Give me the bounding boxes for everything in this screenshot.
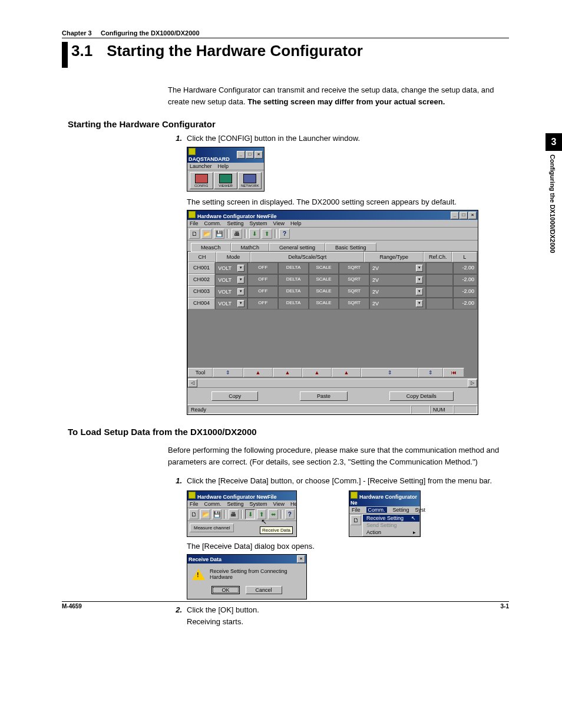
l-cell[interactable]: -2.00: [453, 262, 477, 274]
print-icon[interactable]: 🖶: [232, 229, 242, 239]
sqrt-button[interactable]: SQRT: [339, 298, 369, 309]
tab-measch[interactable]: MeasCh: [191, 243, 231, 252]
off-button[interactable]: OFF: [247, 298, 278, 309]
close-icon[interactable]: ×: [468, 212, 477, 219]
l-cell[interactable]: -2.00: [453, 274, 477, 286]
menu-comm[interactable]: Comm.: [204, 220, 222, 226]
off-button[interactable]: OFF: [247, 262, 278, 274]
col-range: Range/Type: [364, 252, 424, 262]
open-icon[interactable]: 📂: [201, 229, 212, 239]
new-icon[interactable]: 🗋: [351, 515, 361, 525]
new-icon[interactable]: 🗋: [189, 229, 200, 239]
range-dropdown[interactable]: 2V▾: [369, 286, 426, 298]
menu-setting[interactable]: Setting: [393, 507, 409, 513]
tool-up-icon[interactable]: ▲: [243, 368, 273, 377]
refch-cell[interactable]: [426, 286, 453, 298]
scale-button[interactable]: SCALE: [309, 274, 339, 286]
off-button[interactable]: OFF: [247, 286, 278, 298]
receive-icon[interactable]: ⬇: [249, 229, 260, 239]
menu-help[interactable]: Help: [290, 220, 302, 226]
menu-item-action[interactable]: Action▸: [363, 529, 419, 536]
delta-button[interactable]: DELTA: [278, 286, 309, 298]
refch-cell[interactable]: [426, 298, 453, 309]
off-button[interactable]: OFF: [247, 274, 278, 286]
save-icon[interactable]: 💾: [212, 509, 222, 519]
range-dropdown[interactable]: 2V▾: [369, 262, 426, 274]
refch-cell[interactable]: [426, 274, 453, 286]
action-icon[interactable]: ⬌: [268, 509, 277, 519]
sqrt-button[interactable]: SQRT: [339, 286, 369, 298]
menu-comm[interactable]: Comm.: [204, 501, 222, 507]
tool-up-icon[interactable]: ▲: [332, 368, 361, 377]
menu-file[interactable]: File: [352, 507, 361, 513]
close-icon[interactable]: ×: [254, 151, 263, 159]
tab-mathch[interactable]: MathCh: [231, 243, 270, 252]
menu-view[interactable]: View: [273, 501, 285, 507]
range-dropdown[interactable]: 2V▾: [369, 298, 426, 309]
menu-system[interactable]: Syst: [415, 507, 426, 513]
copy-button[interactable]: Copy: [211, 391, 258, 401]
maximize-icon[interactable]: □: [246, 151, 254, 159]
mode-dropdown[interactable]: VOLT▾: [215, 298, 247, 309]
delta-button[interactable]: DELTA: [278, 274, 309, 286]
minimize-icon[interactable]: _: [451, 212, 459, 219]
delta-button[interactable]: DELTA: [278, 262, 309, 274]
delta-button[interactable]: DELTA: [278, 298, 309, 309]
tool-sort-icon[interactable]: ⇕: [213, 368, 243, 377]
sqrt-button[interactable]: SQRT: [339, 262, 369, 274]
network-button[interactable]: NETWORK: [238, 172, 262, 189]
tool-sort-icon[interactable]: ⇕: [361, 368, 418, 377]
cancel-button[interactable]: Cancel: [246, 586, 282, 594]
scroll-left-icon[interactable]: ◁: [188, 379, 197, 387]
menu-file[interactable]: File: [190, 220, 199, 226]
launcher-menu-item[interactable]: Help: [218, 163, 229, 169]
scroll-right-icon[interactable]: ▷: [468, 379, 477, 387]
menu-file[interactable]: File: [190, 501, 199, 507]
tool-up-icon[interactable]: ▲: [273, 368, 302, 377]
l-cell[interactable]: -2.00: [453, 298, 477, 309]
menu-setting[interactable]: Setting: [227, 220, 244, 226]
menu-setting[interactable]: Setting: [227, 501, 244, 507]
sqrt-button[interactable]: SQRT: [339, 274, 369, 286]
save-icon[interactable]: 💾: [214, 229, 224, 239]
mode-dropdown[interactable]: VOLT▾: [215, 274, 247, 286]
scale-button[interactable]: SCALE: [309, 262, 339, 274]
print-icon[interactable]: 🖶: [229, 509, 238, 519]
ok-button[interactable]: OK: [211, 586, 239, 594]
l-cell[interactable]: -2.00: [453, 286, 477, 298]
tab-general[interactable]: General setting: [269, 243, 325, 252]
menu-help[interactable]: He: [290, 501, 297, 507]
config-button[interactable]: CONFIG: [190, 172, 213, 189]
copy-details-button[interactable]: Copy Details: [389, 391, 454, 401]
menu-system[interactable]: System: [250, 501, 267, 507]
menu-view[interactable]: View: [273, 220, 285, 226]
viewer-button[interactable]: VIEWER: [214, 172, 237, 189]
menu-comm-open[interactable]: Comm.: [366, 507, 387, 513]
new-icon[interactable]: 🗋: [189, 509, 199, 519]
mode-dropdown[interactable]: VOLT▾: [215, 262, 247, 274]
receive-data-button[interactable]: ⬇: [245, 509, 254, 519]
maximize-icon[interactable]: □: [459, 212, 468, 219]
horizontal-scrollbar[interactable]: ◁ ▷: [188, 378, 477, 387]
send-icon[interactable]: ⬆: [262, 229, 272, 239]
launcher-menu-item[interactable]: Launcher: [190, 163, 212, 169]
menu-system[interactable]: System: [250, 220, 267, 226]
refch-cell[interactable]: [426, 262, 453, 274]
open-icon[interactable]: 📂: [200, 509, 210, 519]
close-icon[interactable]: ×: [297, 555, 305, 563]
help-icon[interactable]: ?: [285, 509, 295, 519]
help-icon[interactable]: ?: [279, 229, 290, 239]
range-dropdown[interactable]: 2V▾: [369, 274, 426, 286]
tool-end-icon[interactable]: ⏮: [443, 368, 464, 377]
minimize-icon[interactable]: _: [237, 151, 245, 159]
tab-measure-channel[interactable]: Measure channel: [190, 523, 234, 532]
paste-button[interactable]: Paste: [300, 391, 348, 401]
tool-sort-icon[interactable]: ⇕: [418, 368, 443, 377]
mode-dropdown[interactable]: VOLT▾: [215, 286, 247, 298]
menu-item-receive-setting[interactable]: Receive Setting↖: [363, 515, 419, 522]
scale-button[interactable]: SCALE: [309, 286, 339, 298]
col-ch: CH: [188, 252, 216, 262]
tab-basic[interactable]: Basic Setting: [325, 243, 376, 252]
tool-up-icon[interactable]: ▲: [302, 368, 332, 377]
scale-button[interactable]: SCALE: [309, 298, 339, 309]
